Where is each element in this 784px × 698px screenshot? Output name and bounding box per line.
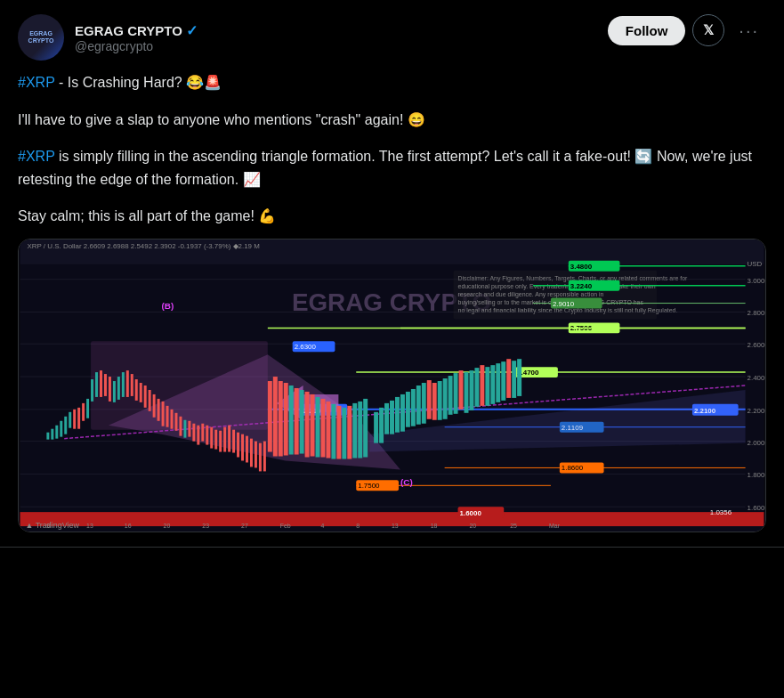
svg-rect-94 (158, 399, 160, 421)
svg-rect-109 (223, 427, 226, 452)
line3-rest: is simply filling in the ascending trian… (18, 149, 752, 187)
svg-rect-96 (166, 406, 169, 427)
svg-rect-92 (149, 390, 151, 411)
svg-rect-105 (206, 426, 208, 445)
svg-rect-143 (400, 394, 405, 432)
svg-text:1.6000: 1.6000 (748, 504, 765, 512)
display-name: EGRAG CRYPTO ✓ (75, 22, 198, 39)
follow-button[interactable]: Follow (608, 16, 686, 45)
svg-rect-114 (246, 436, 248, 463)
svg-rect-79 (91, 379, 93, 402)
svg-rect-107 (214, 430, 217, 450)
username[interactable]: @egragcrypto (75, 39, 198, 53)
svg-text:2.0000: 2.0000 (748, 439, 765, 447)
name-text[interactable]: EGRAG CRYPTO (75, 23, 182, 38)
svg-text:13: 13 (86, 523, 93, 529)
svg-rect-130 (326, 402, 330, 459)
svg-text:2.8000: 2.8000 (748, 309, 765, 317)
svg-rect-164 (512, 361, 516, 398)
svg-rect-108 (219, 431, 222, 452)
svg-rect-78 (86, 399, 89, 418)
svg-rect-115 (250, 439, 253, 467)
svg-rect-123 (289, 386, 294, 455)
svg-rect-101 (188, 421, 190, 437)
svg-text:2.4000: 2.4000 (748, 374, 765, 382)
svg-rect-73 (64, 417, 67, 434)
svg-rect-131 (331, 404, 335, 459)
chart-svg: XRP / U.S. Dollar 2.6609 2.6988 2.5492 2… (19, 239, 765, 532)
svg-rect-97 (171, 410, 174, 429)
svg-rect-104 (201, 424, 204, 442)
svg-text:(B): (B) (162, 300, 174, 310)
svg-text:1.8600: 1.8600 (562, 464, 584, 472)
avatar[interactable]: EGRAG CRYPTO (18, 14, 64, 61)
svg-text:8: 8 (356, 523, 360, 529)
svg-text:1.8000: 1.8000 (748, 471, 765, 479)
svg-rect-151 (443, 378, 448, 419)
line1-rest: - Is Crashing Hard? 😂🚨 (55, 75, 222, 90)
hashtag-xrp-2[interactable]: #XRP (18, 149, 55, 164)
svg-rect-87 (126, 370, 129, 397)
line3: #XRP is simply filling in the ascending … (18, 145, 766, 191)
svg-rect-70 (51, 429, 53, 440)
svg-rect-86 (122, 372, 125, 397)
svg-rect-98 (174, 413, 177, 431)
svg-rect-144 (406, 392, 410, 427)
svg-rect-77 (82, 403, 85, 421)
svg-text:2.9010: 2.9010 (553, 300, 575, 308)
svg-rect-122 (284, 383, 288, 456)
svg-text:(C): (C) (400, 477, 413, 487)
svg-rect-138 (374, 412, 378, 443)
svg-rect-146 (416, 386, 421, 425)
svg-rect-149 (432, 383, 437, 420)
svg-rect-158 (480, 365, 484, 406)
svg-rect-152 (449, 376, 453, 415)
chart-image[interactable]: XRP / U.S. Dollar 2.6609 2.6988 2.5492 2… (18, 239, 766, 532)
svg-rect-132 (336, 406, 341, 459)
svg-rect-125 (300, 390, 304, 454)
svg-rect-137 (363, 399, 368, 458)
hashtag-xrp-1[interactable]: #XRP (18, 75, 55, 90)
svg-text:1.0356: 1.0356 (710, 508, 732, 516)
x-logo-button[interactable]: 𝕏 (692, 14, 724, 46)
svg-text:educational purpose only. Ever: educational purpose only. Every trader/i… (458, 283, 656, 290)
svg-text:20: 20 (164, 523, 171, 529)
name-block: EGRAG CRYPTO ✓ @egragcrypto (75, 22, 198, 53)
svg-rect-129 (320, 399, 325, 458)
svg-rect-159 (485, 367, 489, 406)
svg-text:Feb: Feb (280, 523, 291, 529)
svg-text:2.2000: 2.2000 (748, 407, 765, 415)
svg-rect-72 (60, 421, 62, 437)
svg-rect-165 (517, 359, 521, 396)
svg-rect-90 (140, 383, 142, 402)
line1: #XRP - Is Crashing Hard? 😂🚨 (18, 71, 766, 94)
svg-text:Mar: Mar (549, 523, 561, 529)
svg-text:18: 18 (431, 523, 438, 529)
svg-rect-81 (100, 370, 102, 397)
svg-text:13: 13 (392, 523, 399, 529)
more-button[interactable]: ··· (731, 17, 766, 45)
svg-rect-142 (395, 397, 400, 433)
svg-rect-76 (77, 408, 80, 429)
svg-rect-102 (192, 424, 195, 442)
svg-rect-162 (501, 361, 505, 401)
tweet-header: EGRAG CRYPTO EGRAG CRYPTO ✓ @egragcrypto… (18, 14, 766, 61)
svg-rect-106 (210, 427, 213, 449)
svg-rect-85 (117, 377, 120, 400)
svg-rect-136 (358, 402, 362, 459)
tweet-card: EGRAG CRYPTO EGRAG CRYPTO ✓ @egragcrypto… (0, 0, 784, 548)
tweet-content: #XRP - Is Crashing Hard? 😂🚨 I'll have to… (18, 71, 766, 228)
svg-text:4: 4 (320, 523, 324, 529)
chart-inner: XRP / U.S. Dollar 2.6609 2.6988 2.5492 2… (19, 239, 765, 532)
svg-rect-145 (411, 389, 416, 426)
svg-rect-100 (183, 420, 186, 438)
svg-rect-124 (295, 388, 299, 455)
svg-text:▲ TradingView: ▲ TradingView (26, 521, 80, 530)
svg-text:3.2240: 3.2240 (570, 282, 593, 290)
svg-text:3.4800: 3.4800 (570, 263, 593, 271)
svg-rect-93 (153, 394, 156, 418)
svg-text:XRP / U.S. Dollar   2.6609   2: XRP / U.S. Dollar 2.6609 2.6988 2.5492 2… (28, 242, 260, 250)
svg-rect-120 (273, 377, 278, 456)
svg-rect-113 (241, 434, 244, 461)
svg-rect-118 (263, 442, 266, 472)
